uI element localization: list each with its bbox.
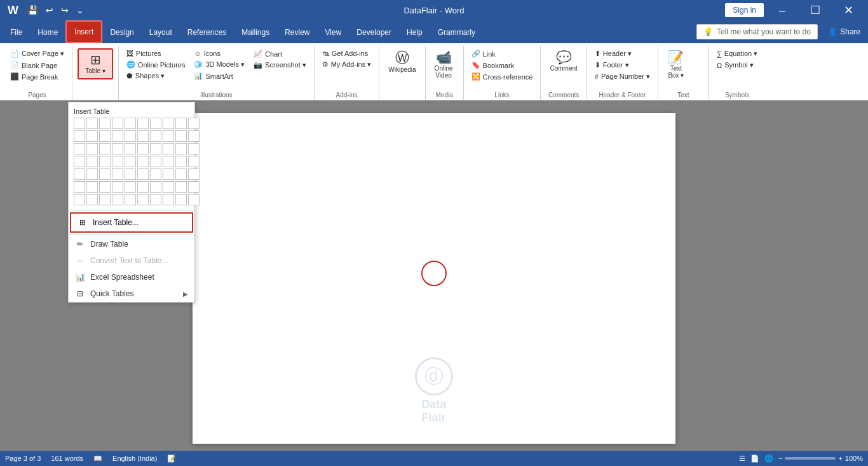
tab-grammarly[interactable]: Grammarly xyxy=(430,20,483,43)
grid-cell[interactable] xyxy=(86,168,98,180)
draw-table-item[interactable]: ✏ Draw Table xyxy=(69,236,194,252)
textbox-button[interactable]: 📝 TextBox ▾ xyxy=(663,48,689,81)
view-web-icon[interactable]: 🌐 xyxy=(764,455,773,463)
grid-cell[interactable] xyxy=(137,194,149,205)
grid-cell[interactable] xyxy=(112,181,123,193)
grid-cell[interactable] xyxy=(163,156,174,167)
grid-cell[interactable] xyxy=(86,181,98,193)
grid-cell[interactable] xyxy=(74,143,85,154)
grid-cell[interactable] xyxy=(163,118,174,129)
grid-cell[interactable] xyxy=(125,181,136,193)
grid-cell[interactable] xyxy=(175,143,187,154)
grid-cell[interactable] xyxy=(137,156,149,167)
grid-cell[interactable] xyxy=(112,130,123,142)
grid-cell[interactable] xyxy=(74,181,85,193)
grid-cell[interactable] xyxy=(125,194,136,205)
grid-cell[interactable] xyxy=(86,143,98,154)
tab-developer[interactable]: Developer xyxy=(349,20,399,43)
table-button[interactable]: ⊞ Table ▾ xyxy=(78,48,113,79)
grid-cell[interactable] xyxy=(188,143,200,154)
grid-cell[interactable] xyxy=(86,130,98,142)
header-button[interactable]: ⬆ Header ▾ xyxy=(592,48,653,59)
page-break-button[interactable]: ⬛ Page Break xyxy=(8,71,67,82)
grid-cell[interactable] xyxy=(125,130,136,142)
grid-cell[interactable] xyxy=(163,168,174,180)
grid-cell[interactable] xyxy=(74,118,85,129)
grid-cell[interactable] xyxy=(86,118,98,129)
grid-cell[interactable] xyxy=(125,118,136,129)
3d-models-button[interactable]: 🧊 3D Models ▾ xyxy=(191,59,247,70)
grid-cell[interactable] xyxy=(137,130,149,142)
grid-cell[interactable] xyxy=(150,181,161,193)
tab-review[interactable]: Review xyxy=(277,20,317,43)
grid-cell[interactable] xyxy=(112,118,123,129)
grid-cell[interactable] xyxy=(112,194,123,205)
grid-cell[interactable] xyxy=(99,181,111,193)
bookmark-button[interactable]: 🔖 Bookmark xyxy=(469,60,536,71)
quick-tables-item[interactable]: ⊟ Quick Tables ▶ xyxy=(69,285,194,302)
grid-cell[interactable] xyxy=(74,194,85,205)
grid-cell[interactable] xyxy=(163,130,174,142)
wikipedia-button[interactable]: Ⓦ Wikipedia xyxy=(384,48,419,76)
comment-button[interactable]: 💬 Comment xyxy=(546,48,581,74)
grid-cell[interactable] xyxy=(137,118,149,129)
restore-button[interactable]: ☐ xyxy=(801,0,830,20)
grid-cell[interactable] xyxy=(188,118,200,129)
signin-button[interactable]: Sign in xyxy=(725,3,764,17)
chart-button[interactable]: 📈 Chart xyxy=(251,48,309,59)
undo-icon[interactable]: ↩ xyxy=(43,4,56,17)
footer-button[interactable]: ⬇ Footer ▾ xyxy=(592,60,653,71)
grid-cell[interactable] xyxy=(125,168,136,180)
share-button[interactable]: 👤 Share xyxy=(823,25,865,39)
grid-cell[interactable] xyxy=(99,130,111,142)
shapes-button[interactable]: ⬟ Shapes ▾ xyxy=(124,71,188,81)
grid-cell[interactable] xyxy=(137,168,149,180)
grid-cell[interactable] xyxy=(99,118,111,129)
grid-cell[interactable] xyxy=(175,118,187,129)
tab-mailings[interactable]: Mailings xyxy=(234,20,277,43)
online-video-button[interactable]: 📹 OnlineVideo xyxy=(431,48,457,81)
tab-design[interactable]: Design xyxy=(102,20,141,43)
grid-cell[interactable] xyxy=(112,168,123,180)
grid-cell[interactable] xyxy=(150,130,161,142)
my-addins-button[interactable]: ⚙ My Add-ins ▾ xyxy=(320,59,374,70)
grid-cell[interactable] xyxy=(137,181,149,193)
grid-cell[interactable] xyxy=(125,143,136,154)
tab-file[interactable]: File xyxy=(3,20,30,43)
grid-cell[interactable] xyxy=(137,143,149,154)
smartart-button[interactable]: 📊 SmartArt xyxy=(191,71,247,81)
grid-cell[interactable] xyxy=(150,168,161,180)
screenshot-button[interactable]: 📷 Screenshot ▾ xyxy=(251,60,309,71)
grid-cell[interactable] xyxy=(188,130,200,142)
tab-help[interactable]: Help xyxy=(399,20,430,43)
grid-cell[interactable] xyxy=(74,168,85,180)
tell-me-box[interactable]: 💡 Tell me what you want to do xyxy=(696,24,818,39)
zoom-slider[interactable] xyxy=(785,457,836,460)
grid-cell[interactable] xyxy=(112,156,123,167)
grid-cell[interactable] xyxy=(150,194,161,205)
blank-page-button[interactable]: 📄 Blank Page xyxy=(8,60,67,71)
grid-cell[interactable] xyxy=(150,118,161,129)
grid-cell[interactable] xyxy=(175,130,187,142)
cover-page-button[interactable]: 📄 Cover Page ▾ xyxy=(8,48,67,59)
grid-cell[interactable] xyxy=(74,130,85,142)
save-icon[interactable]: 💾 xyxy=(25,4,41,17)
grid-cell[interactable] xyxy=(99,143,111,154)
grid-cell[interactable] xyxy=(112,143,123,154)
insert-table-option[interactable]: ⊞ Insert Table... xyxy=(70,212,193,233)
minimize-button[interactable]: – xyxy=(768,0,797,20)
redo-icon[interactable]: ↪ xyxy=(58,4,71,17)
tab-view[interactable]: View xyxy=(318,20,349,43)
equation-button[interactable]: ∑ Equation ▾ xyxy=(714,48,760,59)
table-grid[interactable] xyxy=(74,118,189,205)
grid-cell[interactable] xyxy=(86,194,98,205)
get-addins-button[interactable]: 🛍 Get Add-ins xyxy=(320,48,374,58)
grid-cell[interactable] xyxy=(175,194,187,205)
grid-cell[interactable] xyxy=(188,194,200,205)
grid-cell[interactable] xyxy=(188,156,200,167)
tab-home[interactable]: Home xyxy=(30,20,65,43)
online-pictures-button[interactable]: 🌐 Online Pictures xyxy=(124,59,188,70)
view-normal-icon[interactable]: ☰ xyxy=(739,455,745,463)
tab-layout[interactable]: Layout xyxy=(142,20,180,43)
grid-cell[interactable] xyxy=(163,181,174,193)
